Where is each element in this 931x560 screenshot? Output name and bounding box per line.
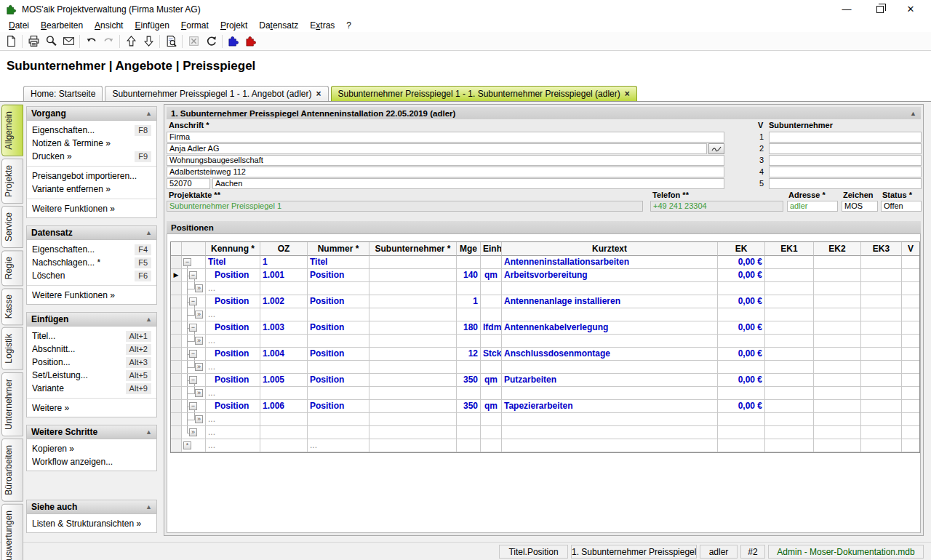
row-selector[interactable] [171,387,182,400]
cell-ek3[interactable] [861,413,902,426]
cell-einh[interactable] [481,387,502,400]
cell-ek1[interactable] [765,439,814,452]
cell-kennung[interactable]: Titel [206,256,260,269]
cell-ek1[interactable] [765,400,814,413]
collapse-icon[interactable]: ▲ [910,110,916,117]
panel-item-workflow-anzeigen[interactable]: Workflow anzeigen... [27,455,156,468]
cell-ek3[interactable] [861,426,902,439]
tab-subunternehmer-preisspiegel-1-1-angebot-adler[interactable]: Subunternehmer Preisspiegel 1 - 1. Angeb… [105,86,328,101]
cell-ek3[interactable] [861,335,902,348]
cell-subunternehmer[interactable] [369,308,457,321]
cell-ek[interactable] [718,335,765,348]
subunternehmer-field[interactable] [769,143,922,154]
cell-kennung[interactable]: Position [206,321,260,335]
cell-ek2[interactable] [814,361,861,374]
cell-oz[interactable] [260,413,308,426]
tree-cell[interactable]: » [182,361,206,374]
cell-oz[interactable] [260,282,308,295]
print-preview-icon[interactable] [42,33,60,49]
cell-subunternehmer[interactable] [369,400,457,413]
cell-v[interactable] [902,282,919,295]
print-icon[interactable] [25,33,42,49]
cell-mge[interactable]: 12 [457,348,481,361]
cell-nummer[interactable]: Position [308,321,369,335]
table-row-1-002[interactable]: −Position1.002Position1Antennenanlage in… [171,295,919,308]
cell-ek1[interactable] [765,413,814,426]
cell-ek[interactable]: 0,00 € [718,374,765,387]
row-selector[interactable]: ▶ [171,269,182,282]
cell-kennung[interactable]: ... [206,413,260,426]
side-tab-regie[interactable]: Regie [1,250,23,286]
side-tab-projekte[interactable]: Projekte [1,159,23,204]
cell-subunternehmer[interactable] [369,295,457,308]
cell-kurztext[interactable]: Anschlussdosenmontage [502,348,718,361]
panel-item-weitere-funktionen[interactable]: Weitere Funktionen » [27,289,156,302]
cell-ek[interactable]: 0,00 € [718,256,765,269]
cell-kennung[interactable]: Position [206,295,260,308]
panel-item-listen-strukturansichten[interactable]: Listen & Strukturansichten » [27,517,156,530]
menu-item-item[interactable]: ? [340,20,357,31]
cell-einh[interactable]: qm [481,374,502,387]
side-tab-auswertungen[interactable]: Auswertungen [1,504,23,560]
collapse-node-icon[interactable]: − [189,376,197,384]
cell-einh[interactable] [481,413,502,426]
row-selector[interactable] [171,335,182,348]
cell-v[interactable] [902,256,919,269]
table-row-1-003[interactable]: −Position1.003Position180lfdmAntennenkab… [171,321,919,335]
cell-ek2[interactable] [814,295,861,308]
cell-kurztext[interactable] [502,413,718,426]
tree-cell[interactable]: * [182,439,206,452]
collapse-icon[interactable]: ▲ [145,110,152,117]
cell-ek3[interactable] [861,348,902,361]
row-selector[interactable] [171,439,182,452]
cell-kennung[interactable]: Position [206,374,260,387]
cell-mge[interactable] [457,335,481,348]
cell-ek1[interactable] [765,295,814,308]
cell-mge[interactable] [457,308,481,321]
cell-ek[interactable]: 0,00 € [718,400,765,413]
panel-group-header[interactable]: Einfügen▲ [27,313,156,327]
panel-item-eigenschaften[interactable]: Eigenschaften...F8 [27,124,156,137]
tree-cell[interactable]: » [182,335,206,348]
cell-ek2[interactable] [814,269,861,282]
cell-oz[interactable]: 1.005 [260,374,308,387]
menu-item-format[interactable]: Format [175,20,215,31]
close-tab-icon[interactable]: × [316,90,321,97]
cell-subunternehmer[interactable] [369,439,457,452]
cell-subunternehmer[interactable] [369,321,457,335]
cell-ek2[interactable] [814,439,861,452]
cell-ek3[interactable] [861,387,902,400]
subunternehmer-field[interactable] [769,167,922,177]
cell-subunternehmer[interactable] [369,335,457,348]
tree-cell[interactable]: − [182,269,206,282]
collapse-node-icon[interactable]: − [189,271,197,279]
tab-subunternehmer-preisspiegel-1-1-subunternehmer-preisspiegel-adler[interactable]: Subunternehmer Preisspiegel 1 - 1. Subun… [331,86,637,101]
more-rows-icon[interactable]: » [195,389,203,397]
cell-ek3[interactable] [861,282,902,295]
report-preview-icon[interactable] [162,33,180,49]
cell-ek1[interactable] [765,256,814,269]
cell-oz[interactable] [260,308,308,321]
cell-einh[interactable]: Stck [481,348,502,361]
cell-mge[interactable] [457,426,481,439]
collapse-node-icon[interactable]: − [189,350,197,358]
cell-mge[interactable] [457,387,481,400]
table-row-1[interactable]: −Titel1TitelAntenneninstallationsarbeite… [171,256,919,269]
cell-ek[interactable] [718,361,765,374]
cell-kennung[interactable]: ... [206,426,260,439]
collapse-node-icon[interactable]: − [189,402,197,410]
cell-ek3[interactable] [861,400,902,413]
cell-kennung[interactable]: ... [206,335,260,348]
menu-item-ansicht[interactable]: Ansicht [89,20,129,31]
column-header-oz[interactable]: OZ [260,242,308,256]
new-row-icon[interactable]: * [183,441,191,449]
cell-subunternehmer[interactable] [369,348,457,361]
cell-v[interactable] [902,308,919,321]
cell-oz[interactable] [260,439,308,452]
menu-item-bearbeiten[interactable]: Bearbeiten [35,20,89,31]
cell-kurztext[interactable]: Antenneninstallationsarbeiten [502,256,718,269]
cell-subunternehmer[interactable] [369,426,457,439]
panel-item-eigenschaften[interactable]: Eigenschaften...F4 [27,243,156,256]
more-rows-icon[interactable]: » [195,415,203,423]
cell-kennung[interactable]: Position [206,348,260,361]
